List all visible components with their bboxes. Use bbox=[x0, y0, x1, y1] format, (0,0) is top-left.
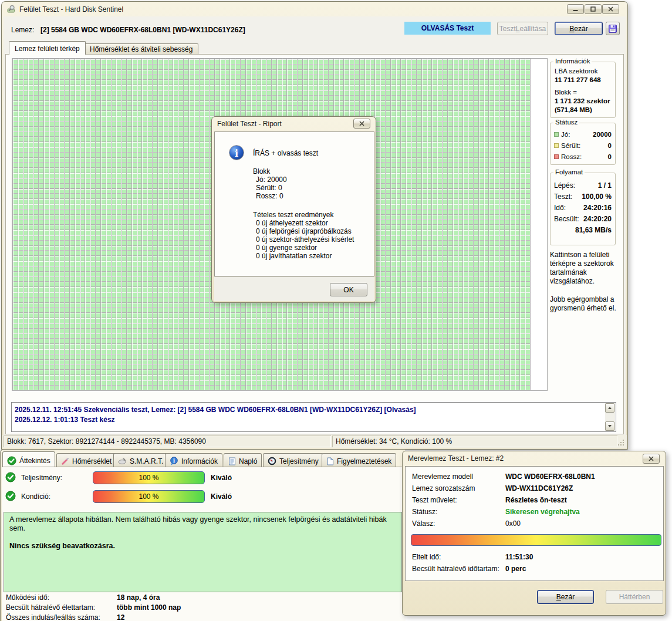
test-operation-label: Teszt művelet: bbox=[412, 496, 457, 504]
health-rating: Kiváló bbox=[211, 492, 232, 501]
disk-value: [2] 5584 GB WDC WD60EFRX-68L0BN1 [WD-WX1… bbox=[40, 26, 245, 34]
status-group-title: Státusz bbox=[553, 119, 579, 126]
information-icon: i bbox=[228, 144, 245, 161]
overview-window: Áttekintés Hőmérséklet S.M.A.R.T. i Info… bbox=[0, 449, 405, 621]
performance-label: Teljesítmény: bbox=[21, 474, 62, 482]
app-icon bbox=[7, 5, 16, 14]
response-label: Válasz: bbox=[412, 519, 435, 528]
tab-log[interactable]: Napló bbox=[224, 453, 262, 467]
log-icon bbox=[228, 457, 236, 465]
test-operation-value: Részletes ön-teszt bbox=[505, 496, 567, 504]
log-line: 2025.12.12. 1:01:13 Teszt kész bbox=[15, 415, 603, 425]
model-value: WDC WD60EFRX-68L0BN1 bbox=[505, 473, 595, 481]
report-detail-row: 0 új áthelyezett szektor bbox=[256, 219, 328, 227]
health-summary-action: Nincs szükség beavatkozásra. bbox=[9, 542, 396, 551]
dialog-close-button[interactable] bbox=[353, 119, 370, 129]
power-on-time-label: Működési idő: bbox=[6, 593, 49, 602]
alerts-icon bbox=[326, 457, 334, 465]
block-value: 1 171 232 szektor bbox=[555, 97, 614, 104]
info-group: Információk LBA szektorok 11 711 277 648… bbox=[550, 62, 616, 118]
good-square-icon bbox=[554, 132, 559, 137]
tab-temperature-speed[interactable]: Hőmérséklet és átviteli sebesség bbox=[84, 43, 198, 55]
progress-speed: 81,63 MB/s bbox=[554, 226, 612, 234]
report-block-bad: Rossz: 0 bbox=[256, 192, 283, 200]
svg-text:i: i bbox=[235, 148, 238, 159]
report-details-header: Tételes teszt eredmények bbox=[253, 211, 333, 219]
tab-information[interactable]: i Információk bbox=[165, 453, 222, 467]
serial-value: WD-WX11DC61Y26Z bbox=[505, 484, 573, 492]
tab-smart[interactable]: S.M.A.R.T. bbox=[113, 453, 168, 467]
statusbar-temp-info: Hőmérséklet: 34 °C, Kondíció: 100 % bbox=[332, 436, 617, 447]
scroll-up-icon[interactable] bbox=[605, 403, 614, 413]
disk-test-titlebar[interactable]: Merevlemez Teszt - Lemez: #2 bbox=[403, 451, 666, 465]
stop-test-button[interactable]: Teszt Leállítása bbox=[497, 22, 548, 35]
progress-row-step: Lépés:1 / 1 bbox=[554, 181, 612, 190]
map-hint-text: Kattintson a felületi térképre a szektor… bbox=[550, 251, 618, 286]
disk-test-close-button[interactable] bbox=[643, 454, 660, 464]
close-test-button[interactable]: Bezár bbox=[555, 22, 603, 35]
damaged-square-icon bbox=[554, 143, 559, 148]
lba-value: 11 711 277 648 bbox=[555, 76, 601, 83]
status-group: Státusz Jó:20000 Sérült:0 Rossz:0 bbox=[550, 123, 616, 165]
bad-square-icon bbox=[554, 154, 559, 159]
disk-label: Lemez: bbox=[11, 26, 34, 34]
tab-performance[interactable]: Teljesítmény bbox=[263, 453, 323, 467]
status-row-bad: Rossz:0 bbox=[554, 153, 612, 161]
log-scrollbar[interactable] bbox=[605, 403, 615, 431]
status-row-good: Jó:20000 bbox=[554, 130, 612, 139]
progress-group-title: Folyamat bbox=[553, 168, 585, 176]
tab-temperature[interactable]: Hőmérséklet bbox=[56, 453, 116, 467]
lifetime-value: több mint 1000 nap bbox=[117, 603, 181, 612]
ok-button[interactable]: OK bbox=[330, 283, 367, 296]
elapsed-time-label: Eltelt idő: bbox=[412, 553, 441, 561]
svg-text:i: i bbox=[173, 458, 175, 464]
report-dialog-title: Felület Teszt - Riport bbox=[217, 120, 282, 128]
test-progress-bar bbox=[411, 534, 661, 546]
lba-label: LBA szektorok bbox=[555, 68, 598, 75]
floppy-icon bbox=[608, 24, 617, 33]
progress-group: Folyamat Lépés:1 / 1 Teszt:100,00 % Idő:… bbox=[550, 173, 616, 245]
report-summary: ÍRÁS + olvasás teszt bbox=[253, 149, 318, 157]
window-title: Felület Teszt - Hard Disk Sentinel bbox=[19, 5, 123, 14]
disk-test-close-action-button[interactable]: Bezár bbox=[537, 590, 594, 604]
block-label: Blokk = bbox=[555, 89, 577, 96]
tab-surface-map[interactable]: Lemez felületi térkép bbox=[9, 41, 86, 55]
status-label: Státusz: bbox=[412, 508, 437, 516]
health-summary-box: A merevlemez állapota hibátlan. Nem talá… bbox=[4, 512, 402, 592]
check-icon bbox=[7, 456, 16, 465]
status-row-damaged: Sérült:0 bbox=[554, 141, 612, 150]
response-value: 0x00 bbox=[505, 519, 521, 528]
minimize-button[interactable] bbox=[567, 4, 584, 14]
save-report-button[interactable] bbox=[606, 22, 620, 35]
test-log[interactable]: 2025.12.11. 12:51:45 Szekvenciális teszt… bbox=[11, 402, 616, 432]
performance-check-icon bbox=[5, 472, 16, 482]
log-line: 2025.12.11. 12:51:45 Szekvenciális teszt… bbox=[15, 405, 603, 415]
health-summary-text: A merevlemez állapota hibátlan. Nem talá… bbox=[9, 515, 396, 533]
remaining-time-label: Becsült hátralévő időtartam: bbox=[412, 565, 499, 573]
report-block-damaged: Sérült: 0 bbox=[256, 184, 282, 192]
progress-row-estimated: Becsült:24:20:20 bbox=[554, 215, 612, 223]
surface-statusbar: Blokk: 7617, Szektor: 8921274144 - 89224… bbox=[2, 435, 627, 448]
surface-test-titlebar[interactable]: Felület Teszt - Hard Disk Sentinel bbox=[2, 2, 627, 16]
report-block-good: Jó: 20000 bbox=[256, 176, 287, 184]
close-button[interactable] bbox=[602, 4, 619, 14]
performance-rating: Kiváló bbox=[211, 474, 232, 482]
start-stop-value: 12 bbox=[117, 613, 124, 621]
performance-bar: 100 % bbox=[93, 471, 205, 484]
health-label: Kondíció: bbox=[21, 492, 50, 501]
background-button[interactable]: Háttérben bbox=[606, 590, 663, 604]
resize-grip[interactable] bbox=[617, 439, 624, 446]
power-on-time-value: 18 nap, 4 óra bbox=[117, 593, 160, 602]
info-group-title: Információk bbox=[553, 58, 592, 65]
tab-alerts[interactable]: Figyelmeztetések bbox=[322, 453, 396, 467]
maximize-button[interactable] bbox=[585, 4, 602, 14]
statusbar-block-info: Blokk: 7617, Szektor: 8921274144 - 89224… bbox=[4, 436, 331, 447]
report-dialog: Felület Teszt - Riport i ÍRÁS + olvasás … bbox=[211, 116, 376, 303]
status-value: Sikeresen végrehajtva bbox=[505, 508, 580, 516]
model-label: Merevlemez modell bbox=[412, 473, 473, 481]
disk-test-title: Merevlemez Teszt - Lemez: #2 bbox=[408, 454, 504, 463]
scroll-down-icon[interactable] bbox=[605, 421, 614, 431]
tab-overview[interactable]: Áttekintés bbox=[2, 451, 55, 467]
report-dialog-titlebar[interactable]: Felület Teszt - Riport bbox=[212, 117, 376, 131]
desktop: { "surface_window": { "title": "Felület … bbox=[0, 0, 672, 621]
